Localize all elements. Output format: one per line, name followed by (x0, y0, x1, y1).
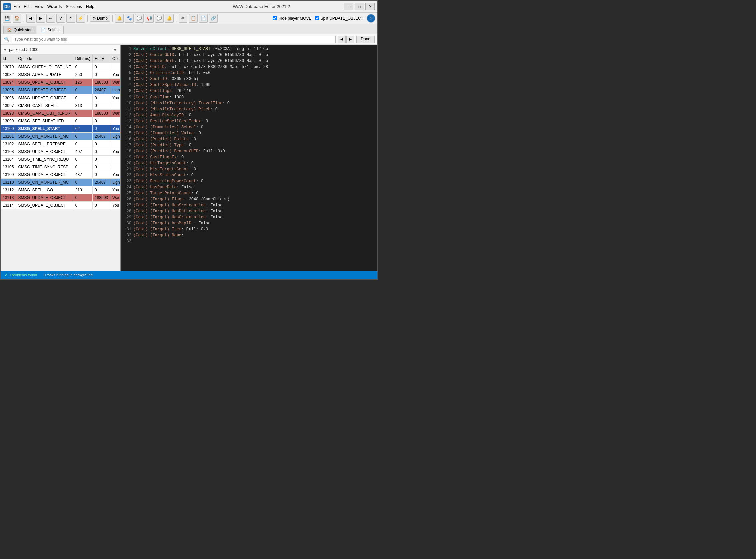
line-number: 31 (122, 226, 132, 232)
icon-btn-1[interactable]: 🔔 (115, 14, 124, 23)
table-row[interactable]: 13098 CMSG_GAME_OBJ_REPOR 0 188503 War G… (1, 110, 120, 117)
back-button[interactable]: ◀ (26, 14, 35, 23)
refresh-button[interactable]: ↻ (66, 14, 75, 23)
table-row[interactable]: 13112 SMSG_SPELL_GO 219 0 You / Opening (1, 186, 120, 194)
hide-player-move-option[interactable]: Hide player MOVE (273, 16, 311, 21)
maximize-button[interactable]: □ (355, 3, 364, 10)
cell-entry: 0 (92, 148, 110, 156)
col-entry: Entry (92, 55, 110, 63)
table-row[interactable]: 13096 SMSG_UPDATE_OBJECT 0 0 You (1, 94, 120, 102)
main-content: ▼ packet.id > 1000 ▼ Id Opcode Diff (ms)… (1, 45, 377, 271)
icon-btn-2[interactable]: 🐾 (125, 14, 134, 23)
icon-btn-3[interactable]: 💬 (135, 14, 144, 23)
cell-opcode: CMSG_GAME_OBJ_REPOR (16, 110, 73, 117)
code-line: 18(Cast) (Predict) BeaconGUID: Full: 0x0 (122, 148, 376, 154)
icon-btn-7[interactable]: ✏ (179, 14, 188, 23)
table-row[interactable]: 13110 SMSG_ON_MONSTER_MC 0 26407 Lightni… (1, 179, 120, 186)
cell-id: 13094 (1, 79, 16, 87)
sniff-close-icon[interactable]: ✕ (57, 28, 60, 32)
table-row[interactable]: 13109 SMSG_UPDATE_OBJECT 437 0 You (1, 171, 120, 179)
code-line: 7(Cast) SpellXSpellVisualID: 1999 (122, 82, 376, 88)
close-button[interactable]: ✕ (365, 3, 375, 10)
table-row[interactable]: 13082 SMSG_AURA_UPDATE 250 0 You (1, 71, 120, 79)
table-row[interactable]: 13095 SMSG_UPDATE_OBJECT 0 26407 Lightni… (1, 87, 120, 94)
dump-button[interactable]: ⚙ Dump (90, 15, 110, 22)
menu-edit[interactable]: Edit (24, 4, 31, 9)
table-row[interactable]: 13100 SMSG_SPELL_START 62 0 You / Openin… (1, 125, 120, 133)
help-circle-button[interactable]: ? (367, 14, 375, 23)
table-row[interactable]: 13079 SMSG_QUERY_QUEST_INF 0 0 (1, 63, 120, 71)
cell-object-name (111, 117, 120, 125)
cell-id: 13101 (1, 133, 16, 140)
filter-button[interactable]: ⚡ (76, 14, 85, 23)
line-content: (Cast) (Immunities) Value: 0 (134, 130, 201, 136)
hide-player-move-checkbox[interactable] (273, 16, 277, 20)
icon-btn-9[interactable]: 📄 (199, 14, 208, 23)
line-content: (Cast) CasterGUID: Full: xxx Player/0 R1… (134, 52, 268, 58)
cell-diff: 0 (73, 179, 92, 186)
code-line: 17(Cast) (Predict) Type: 0 (122, 142, 376, 148)
line-number: 23 (122, 178, 132, 184)
done-button[interactable]: Done (356, 36, 375, 43)
split-update-object-checkbox[interactable] (315, 16, 319, 20)
packets-table: Id Opcode Diff (ms) Entry Object name 13… (1, 55, 120, 209)
menu-view[interactable]: View (35, 4, 43, 9)
table-row[interactable]: 13113 SMSG_UPDATE_OBJECT 0 188503 War Go… (1, 194, 120, 202)
line-number: 18 (122, 148, 132, 154)
menu-sessions[interactable]: Sessions (66, 4, 82, 9)
cell-diff: 0 (73, 202, 92, 209)
table-row[interactable]: 13105 CMSG_TIME_SYNC_RESP 0 0 (1, 163, 120, 171)
cell-id: 13110 (1, 179, 16, 186)
cell-opcode: CMSG_SET_SHEATHED (16, 117, 73, 125)
cell-object-name: War Golem Part (111, 79, 120, 87)
table-row[interactable]: 13104 SMSG_TIME_SYNC_REQU 0 0 (1, 156, 120, 163)
table-row[interactable]: 13114 SMSG_UPDATE_OBJECT 0 0 You (1, 202, 120, 209)
code-panel[interactable]: 1ServerToClient: SMSG_SPELL_START (0x2C3… (121, 45, 377, 271)
menu-file[interactable]: File (13, 4, 20, 9)
title-bar: Db File Edit View Wizards Sessions Help … (1, 1, 377, 13)
tab-sniff[interactable]: 📄 Sniff ✕ (37, 26, 64, 34)
search-prev-button[interactable]: ◀ (338, 36, 346, 43)
table-row[interactable]: 13099 CMSG_SET_SHEATHED 0 0 (1, 117, 120, 125)
icon-btn-8[interactable]: 📋 (189, 14, 197, 23)
icon-btn-5[interactable]: 💬 (155, 14, 164, 23)
toolbar-separator-2 (88, 15, 88, 22)
home-button[interactable]: 🏠 (13, 14, 21, 23)
line-number: 15 (122, 130, 132, 136)
table-row[interactable]: 13102 SMSG_SPELL_PREPARE 0 0 (1, 140, 120, 148)
icon-btn-6[interactable]: 🔔 (165, 14, 174, 23)
tab-quick-start[interactable]: 🏠 Quick start (3, 26, 37, 34)
line-content: (Cast) (MissileTrajectory) Pitch: 0 (134, 106, 217, 112)
quick-start-icon: 🏠 (7, 28, 12, 32)
search-input[interactable] (12, 36, 336, 43)
help-button[interactable]: ? (56, 14, 65, 23)
split-update-object-option[interactable]: Split UPDATE_OBJECT (315, 16, 363, 21)
filter-expand-icon[interactable]: ▼ (3, 48, 7, 52)
table-row[interactable]: 13094 SMSG_UPDATE_OBJECT 125 188503 War … (1, 79, 120, 87)
menu-wizards[interactable]: Wizards (47, 4, 62, 9)
code-line: 26(Cast) (Target) Flags: 2048 (GameObjec… (122, 196, 376, 202)
table-row[interactable]: 13101 SMSG_ON_MONSTER_MC 0 26407 Lightni… (1, 133, 120, 140)
minimize-button[interactable]: ─ (344, 3, 353, 10)
save-button[interactable]: 💾 (3, 14, 11, 23)
line-number: 6 (122, 76, 132, 82)
table-row[interactable]: 13097 CMSG_CAST_SPELL 313 0 (1, 102, 120, 110)
search-next-button[interactable]: ▶ (346, 36, 354, 43)
icon-btn-10[interactable]: 🔗 (209, 14, 217, 23)
col-opcode: Opcode (16, 55, 73, 63)
icon-btn-4[interactable]: 📢 (145, 14, 154, 23)
table-row[interactable]: 13103 SMSG_UPDATE_OBJECT 407 0 You (1, 148, 120, 156)
line-content: (Cast) (Predict) Points: 0 (134, 136, 196, 142)
cell-id: 13095 (1, 87, 16, 94)
menu-help[interactable]: Help (86, 4, 94, 9)
packets-table-container[interactable]: Id Opcode Diff (ms) Entry Object name 13… (1, 55, 120, 271)
cell-object-name: War Golem Part (111, 110, 120, 117)
cell-id: 13100 (1, 125, 16, 133)
cell-object-name: You (111, 148, 120, 156)
forward-button[interactable]: ▶ (37, 14, 45, 23)
app-icon: Db (3, 3, 11, 10)
filter-funnel-icon[interactable]: ▼ (113, 47, 117, 52)
cell-opcode: CMSG_CAST_SPELL (16, 102, 73, 110)
code-line: 29(Cast) (Target) HasOrientation: False (122, 215, 376, 220)
undo-button[interactable]: ↩ (46, 14, 55, 23)
